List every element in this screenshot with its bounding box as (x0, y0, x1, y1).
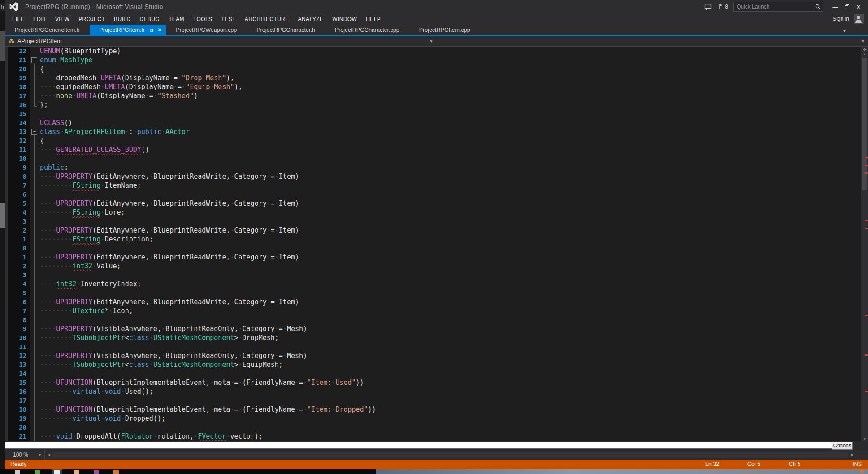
menu-team[interactable]: TEAM (164, 16, 189, 22)
code-line[interactable]: 12{ (5, 136, 868, 145)
code-line[interactable]: 4····int32·InventoryIndex; (5, 280, 868, 289)
code-line[interactable]: 9public: (5, 163, 868, 172)
tab-projectrpgitem.cpp[interactable]: ProjectRPGItem.cpp (409, 25, 480, 35)
code-line[interactable]: 10········TSubobjectPtr<class·UStaticMes… (5, 333, 868, 342)
active-app-icon[interactable] (52, 470, 62, 474)
app-icon-green[interactable] (32, 470, 42, 474)
scroll-right-icon[interactable]: ► (851, 452, 855, 457)
code-line[interactable]: 19········virtual·void·Dropped(); (5, 414, 868, 423)
code-line[interactable]: 1········FString·Description; (5, 235, 868, 244)
code-line[interactable]: 4········FString·Lore; (5, 208, 868, 217)
options-button[interactable]: Options (832, 442, 853, 450)
zoom-dropdown-icon[interactable]: ▼ (38, 453, 42, 457)
code-line[interactable]: 11····GENERATED_UCLASS_BODY() (5, 145, 868, 154)
code-line[interactable]: 15 (5, 109, 868, 118)
menu-architecture[interactable]: ARCHITECTURE (240, 16, 294, 22)
fold-collapse-control[interactable]: − (30, 56, 39, 65)
notifications-flag[interactable]: 8 (718, 4, 728, 10)
close-button[interactable]: ✕ (853, 2, 864, 12)
code-line[interactable]: 22UENUM(BlueprintType) (5, 47, 868, 56)
code-line[interactable]: 16}; (5, 100, 868, 109)
feedback-icon[interactable] (704, 4, 712, 10)
code-line[interactable]: 0 (5, 244, 868, 253)
find-input[interactable] (5, 442, 833, 449)
code-line[interactable]: 9····UPROPERTY(VisibleAnywhere,·Blueprin… (5, 324, 868, 333)
code-line[interactable]: 12····UPROPERTY(VisibleAnywhere,·Bluepri… (5, 351, 868, 360)
menu-file[interactable]: FILE (8, 16, 29, 22)
collapse-minus-icon[interactable]: − (31, 129, 37, 135)
menu-project[interactable]: PROJECT (74, 16, 109, 22)
code-line[interactable]: 10 (5, 154, 868, 163)
code-line[interactable]: 20 (5, 423, 868, 432)
visual-studio-icon[interactable] (91, 470, 101, 474)
scroll-down-icon[interactable]: ▼ (861, 437, 868, 440)
code-line[interactable]: 13········TSubobjectPtr<class·UStaticMes… (5, 360, 868, 369)
pin-icon[interactable] (149, 28, 154, 33)
minimize-button[interactable]: — (829, 2, 841, 12)
code-line[interactable]: 20{ (5, 65, 868, 73)
menu-debug[interactable]: DEBUG (135, 16, 164, 22)
scrollbar-thumb[interactable] (862, 58, 867, 190)
code-line[interactable]: 16········virtual·void·Used(); (5, 387, 868, 396)
close-tab-icon[interactable]: ✕ (157, 27, 162, 33)
windows-taskbar[interactable] (0, 469, 868, 474)
types-dropdown[interactable]: AProjectRPGItem ▼ (5, 36, 437, 46)
code-line[interactable]: 6 (5, 190, 868, 199)
search-icon[interactable] (815, 4, 821, 10)
menu-analyze[interactable]: ANALYZE (294, 16, 328, 22)
scrollbar-split-gripper[interactable]: ✛ (861, 47, 868, 52)
code-editor[interactable]: 22UENUM(BlueprintType)21−enum·MeshType20… (5, 47, 868, 441)
folder-icon[interactable] (72, 470, 82, 474)
menu-window[interactable]: WINDOW (328, 16, 361, 22)
code-line[interactable]: 8····UPROPERTY(EditAnywhere,·BlueprintRe… (5, 172, 868, 181)
code-line[interactable]: 6····UPROPERTY(EditAnywhere,·BlueprintRe… (5, 297, 868, 306)
quick-launch-input[interactable] (734, 4, 815, 10)
app-icon-orange[interactable] (111, 470, 121, 474)
code-line[interactable]: 18····UFUNCTION(BlueprintImplementableEv… (5, 405, 868, 414)
code-line[interactable]: 7········FString·ItemName; (5, 181, 868, 190)
code-line[interactable]: 7········UTexture*·Icon; (5, 306, 868, 315)
code-line[interactable]: 19····dropedMesh·UMETA(DisplayName·=·"Dr… (5, 73, 868, 82)
code-line[interactable]: 21····void·DroppedAlt(FRotator·rotation,… (5, 432, 868, 441)
code-line[interactable]: 5····UPROPERTY(EditAnywhere,·BlueprintRe… (5, 199, 868, 208)
restore-button[interactable] (841, 2, 853, 12)
scroll-up-icon[interactable]: ▲ (861, 52, 868, 56)
code-line[interactable]: 21−enum·MeshType (5, 56, 868, 65)
fold-collapse-control[interactable]: − (30, 127, 39, 136)
scroll-left-icon[interactable]: ◄ (47, 452, 51, 457)
code-line[interactable]: 13−class·AProjectRPGItem·:·public·AActor (5, 127, 868, 136)
code-line[interactable]: 18····equipedMesh·UMETA(DisplayName·=·"E… (5, 82, 868, 91)
tab-well-dropdown-icon[interactable]: ▼ (842, 29, 846, 33)
user-avatar-icon[interactable] (854, 14, 864, 24)
members-dropdown[interactable]: ▼ (437, 36, 868, 46)
code-line[interactable]: 3 (5, 271, 868, 280)
tab-projectrpgcharacter.h[interactable]: ProjectRPGCharacter.h (247, 25, 325, 35)
tab-projectrpgitem.h[interactable]: ProjectRPGItem.h✕ (90, 25, 166, 35)
code-line[interactable]: 11 (5, 342, 868, 351)
code-line[interactable]: 17 (5, 396, 868, 405)
collapse-minus-icon[interactable]: − (31, 57, 37, 63)
code-line[interactable]: 2········int32·Value; (5, 262, 868, 271)
menu-help[interactable]: HELP (361, 16, 385, 22)
code-line[interactable]: 14 (5, 369, 868, 378)
code-line[interactable]: 15····UFUNCTION(BlueprintImplementableEv… (5, 378, 868, 387)
menu-view[interactable]: VIEW (51, 16, 74, 22)
tab-projectrpgweapon.cpp[interactable]: ProjectRPGWeapon.cpp (166, 25, 247, 35)
start-icon[interactable] (13, 470, 22, 474)
code-line[interactable]: 2····UPROPERTY(EditAnywhere,·BlueprintRe… (5, 226, 868, 235)
code-line[interactable]: 17····none·UMETA(DisplayName·=·"Stashed"… (5, 91, 868, 100)
zoom-level[interactable]: 100 % (13, 452, 28, 458)
horizontal-scrollbar[interactable] (52, 452, 848, 458)
menu-test[interactable]: TEST (217, 16, 240, 22)
tab-projectrpgcharacter.cpp[interactable]: ProjectRPGCharacter.cpp (325, 25, 409, 35)
vertical-scrollbar[interactable]: ✛ ▲ ▼ (861, 47, 868, 441)
code-line[interactable]: 1····UPROPERTY(EditAnywhere,·BlueprintRe… (5, 253, 868, 262)
tab-projectrpggenericitem.h[interactable]: ProjectRPGGenericItem.h (5, 25, 90, 35)
menu-tools[interactable]: TOOLS (189, 16, 217, 22)
code-line[interactable]: 3 (5, 217, 868, 226)
code-line[interactable]: 8 (5, 315, 868, 324)
code-line[interactable]: 5 (5, 289, 868, 297)
sign-in-link[interactable]: Sign in (833, 16, 849, 22)
menu-edit[interactable]: EDIT (29, 16, 51, 22)
code-line[interactable]: 14UCLASS() (5, 118, 868, 127)
